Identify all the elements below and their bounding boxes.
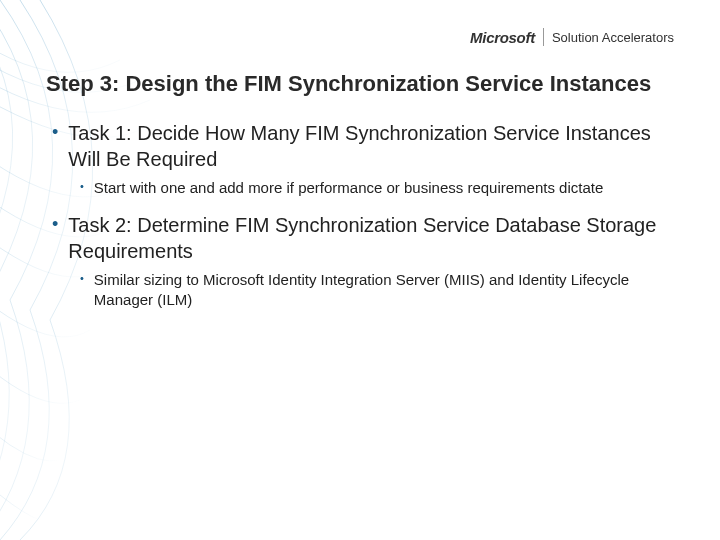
bullet-dot-icon: • [80, 270, 84, 311]
slide-content: Step 3: Design the FIM Synchronization S… [0, 0, 720, 310]
bullet-dot-icon: • [52, 120, 58, 172]
bullet-level2: • Start with one and add more if perform… [46, 178, 674, 198]
bullet-text: Task 1: Decide How Many FIM Synchronizat… [68, 120, 674, 172]
slide-title: Step 3: Design the FIM Synchronization S… [46, 70, 674, 98]
bullet-sub-text: Similar sizing to Microsoft Identity Int… [94, 270, 674, 311]
bullet-level1: • Task 2: Determine FIM Synchronization … [46, 212, 674, 264]
bullet-dot-icon: • [80, 178, 84, 198]
bullet-level1: • Task 1: Decide How Many FIM Synchroniz… [46, 120, 674, 172]
bullet-text: Task 2: Determine FIM Synchronization Se… [68, 212, 674, 264]
microsoft-logo: Microsoft [470, 29, 535, 46]
bullet-sub-text: Start with one and add more if performan… [94, 178, 603, 198]
logo-area: Microsoft Solution Accelerators [470, 28, 674, 46]
bullet-level2: • Similar sizing to Microsoft Identity I… [46, 270, 674, 311]
solution-accelerators-logo: Solution Accelerators [552, 30, 674, 45]
logo-divider [543, 28, 544, 46]
bullet-dot-icon: • [52, 212, 58, 264]
